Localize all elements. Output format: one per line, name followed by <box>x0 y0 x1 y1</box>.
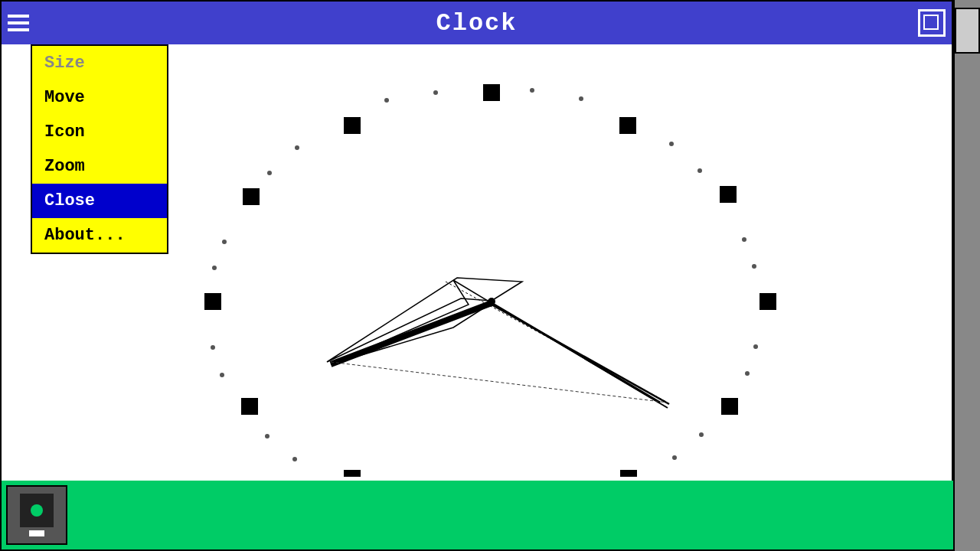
hour-mark-7 <box>344 470 361 477</box>
tick-dot <box>384 98 389 103</box>
menu-item-icon[interactable]: Icon <box>32 115 167 149</box>
clock-area: Size Move Icon Zoom Close About... <box>2 44 952 477</box>
hour-mark-3 <box>760 293 776 310</box>
tick-dot <box>672 455 677 460</box>
tick-dot <box>433 90 438 95</box>
scrollbar-thumb[interactable] <box>955 8 980 54</box>
hour-mark-5 <box>620 470 637 477</box>
tick-dot <box>742 237 746 242</box>
context-menu: Size Move Icon Zoom Close About... <box>31 44 168 254</box>
restore-button[interactable] <box>918 9 946 37</box>
taskbar-icon-bar <box>29 530 44 536</box>
taskbar <box>2 481 955 549</box>
hour-mark-1 <box>619 117 636 134</box>
menu-icon[interactable] <box>8 9 35 37</box>
tick-dot <box>292 457 297 461</box>
menu-item-move[interactable]: Move <box>32 80 167 115</box>
tick-dot <box>211 345 215 350</box>
hour-mark-12 <box>483 84 500 101</box>
taskbar-icon-dot <box>31 504 43 517</box>
tick-dot <box>530 88 534 93</box>
hour-mark-9 <box>204 293 221 310</box>
hour-mark-10 <box>243 188 260 205</box>
tick-dot <box>265 434 270 439</box>
hour-hand <box>331 303 492 364</box>
tick-dot <box>579 96 583 101</box>
hour-mark-8 <box>241 398 258 415</box>
hour-mark-2 <box>720 186 737 203</box>
scrollbar[interactable] <box>953 0 980 551</box>
tick-dot <box>220 373 224 377</box>
hour-mark-11 <box>344 117 361 134</box>
tick-dot <box>753 344 758 349</box>
app-window: Clock Size Move Icon Zoom Close About... <box>0 0 953 551</box>
tick-dot <box>295 145 299 150</box>
menu-item-close[interactable]: Close <box>32 184 167 218</box>
tick-dot <box>697 168 702 173</box>
tick-dot <box>212 266 217 270</box>
menu-item-zoom[interactable]: Zoom <box>32 149 167 184</box>
taskbar-icon-inner <box>20 494 54 527</box>
tick-dot <box>669 142 674 146</box>
window-title: Clock <box>436 9 517 37</box>
taskbar-clock-icon[interactable] <box>6 485 67 545</box>
menu-item-about[interactable]: About... <box>32 218 167 253</box>
tick-dot <box>745 371 750 376</box>
hour-hand-poly <box>327 278 522 362</box>
hour-mark-4 <box>721 398 738 415</box>
menu-item-size[interactable]: Size <box>32 46 167 80</box>
tick-dot <box>222 240 227 244</box>
tick-dot <box>267 171 272 175</box>
tick-dot <box>699 432 704 437</box>
minute-hand-main <box>492 305 669 404</box>
second-overlay <box>331 362 668 403</box>
title-bar: Clock <box>2 2 952 44</box>
center-dot <box>488 298 495 305</box>
tick-dot <box>752 264 756 269</box>
